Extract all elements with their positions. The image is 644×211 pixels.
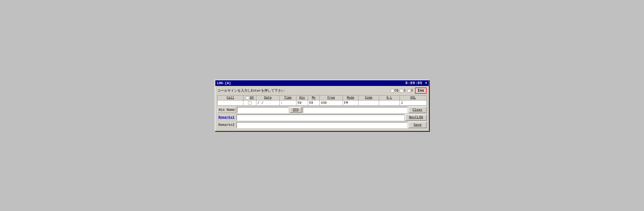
- call-header-btn[interactable]: Call: [227, 96, 234, 100]
- window-title: LOG-[A]: [217, 81, 231, 85]
- check1-checkbox[interactable]: [400, 89, 403, 92]
- date-header-btn[interactable]: Date: [264, 96, 272, 100]
- col-header-my[interactable]: My: [308, 96, 320, 100]
- data-qsl: J: [400, 100, 426, 105]
- his-header-btn[interactable]: His: [299, 96, 305, 100]
- check2-checkbox[interactable]: [407, 89, 411, 92]
- remarks1-label[interactable]: Remarks1: [217, 115, 235, 120]
- data-mode: FM: [343, 100, 358, 105]
- col-header-his[interactable]: His: [296, 96, 308, 100]
- freq-header-btn[interactable]: Freq: [327, 96, 335, 100]
- col-header-qsl[interactable]: QSL: [400, 96, 426, 100]
- code-header-btn[interactable]: Code: [365, 96, 372, 100]
- log-header-row: Call DX Date Time His My Freq: [217, 95, 427, 100]
- data-gl: [379, 100, 400, 105]
- next-log-button[interactable]: NextLOG: [405, 114, 427, 121]
- dx-check-group: DX: [244, 96, 255, 100]
- qth-button[interactable]: QTH: [290, 107, 302, 113]
- close-button[interactable]: ×: [425, 81, 427, 85]
- his-name-label: His Name: [217, 107, 236, 113]
- his-name-input[interactable]: [237, 107, 289, 113]
- mode-header-btn[interactable]: Mode: [347, 96, 354, 100]
- qth-input[interactable]: [303, 107, 408, 113]
- my-header-btn[interactable]: My: [312, 96, 316, 100]
- instruction-text: コールサインを入力しEnterを押して下さい: [217, 88, 285, 93]
- cq-label: CQ: [395, 89, 398, 92]
- top-right-controls: CQ 1 2 Ins: [391, 88, 427, 94]
- data-dx: [243, 100, 256, 105]
- remarks2-row: Remarks2 Save: [217, 122, 427, 128]
- data-call: [218, 100, 243, 105]
- remarks1-input[interactable]: [236, 114, 404, 121]
- his-name-row: His Name QTH Clear: [217, 107, 427, 113]
- clear-button[interactable]: Clear: [409, 107, 427, 113]
- ins-badge: Ins: [415, 88, 427, 94]
- col-header-mode[interactable]: Mode: [343, 96, 358, 100]
- title-bar: LOG-[A] 8:09:05 ×: [215, 80, 429, 86]
- col-header-code[interactable]: Code: [358, 96, 379, 100]
- time-header-btn[interactable]: Time: [284, 96, 292, 100]
- dx-checkbox[interactable]: [246, 96, 249, 100]
- col-header-time[interactable]: Time: [280, 96, 296, 100]
- remarks2-input[interactable]: [236, 122, 408, 128]
- clock-display: 8:09:05: [405, 81, 423, 85]
- checkbox-group: CQ 1 2: [391, 89, 413, 92]
- check1-label: 1: [404, 89, 405, 92]
- col-header-dx[interactable]: DX: [243, 96, 256, 100]
- remarks2-label: Remarks2: [217, 122, 235, 128]
- gl-header-btn[interactable]: G·L: [387, 96, 392, 100]
- qsl-header-btn[interactable]: QSL: [410, 96, 416, 100]
- top-instruction-bar: コールサインを入力しEnterを押して下さい CQ 1 2: [217, 88, 427, 94]
- dx-label: DX: [250, 96, 254, 100]
- col-header-date[interactable]: Date: [256, 96, 280, 100]
- col-header-gl[interactable]: G·L: [379, 96, 400, 100]
- check2-label: 2: [411, 89, 413, 92]
- title-bar-right: 8:09:05 ×: [405, 81, 427, 85]
- check1-item: 1: [400, 89, 405, 92]
- col-header-call[interactable]: Call: [218, 96, 243, 100]
- data-time: :: [280, 100, 296, 105]
- call-input[interactable]: [219, 101, 242, 105]
- col-header-freq[interactable]: Freq: [320, 96, 343, 100]
- main-window: LOG-[A] 8:09:05 × コールサインを入力しEnterを押して下さい…: [215, 80, 429, 131]
- remarks1-row: Remarks1 NextLOG: [217, 114, 427, 121]
- cq-checkbox-item: CQ: [391, 89, 398, 92]
- content-area: コールサインを入力しEnterを押して下さい CQ 1 2: [215, 86, 429, 131]
- data-his: 59: [296, 100, 308, 105]
- save-button[interactable]: Save: [409, 122, 427, 128]
- cq-checkbox[interactable]: [391, 89, 394, 92]
- data-code: [358, 100, 379, 105]
- data-freq: 430: [320, 100, 343, 105]
- check2-item: 2: [407, 89, 413, 92]
- data-date: / /: [256, 100, 280, 105]
- log-data-row: / / : 59 59 430 FM J: [217, 100, 427, 106]
- data-dx-checkbox[interactable]: [248, 101, 251, 105]
- data-my: 59: [308, 100, 320, 105]
